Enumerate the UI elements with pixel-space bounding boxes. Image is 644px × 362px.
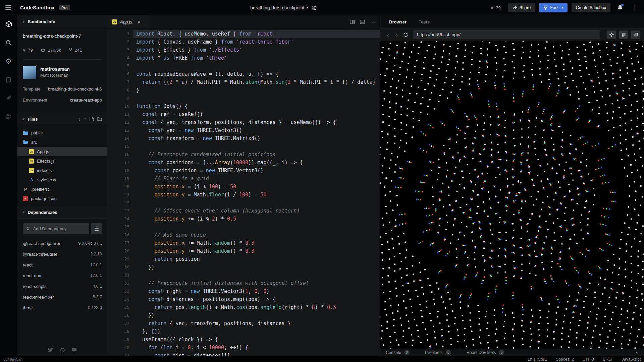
code-line[interactable]: 8}	[107, 86, 380, 94]
devtools-item[interactable]: React DevTools0	[467, 350, 504, 355]
code-line[interactable]: 1import React, { useMemo, useRef } from …	[107, 30, 380, 38]
dependency-row[interactable]: @react-three/drei2.2.10	[23, 249, 102, 259]
new-folder-icon[interactable]	[97, 117, 102, 121]
code-line[interactable]: 37 return { vec, transform, positions, d…	[107, 319, 380, 327]
more-options-icon[interactable]: ⋮	[629, 2, 640, 13]
globe-icon[interactable]	[312, 5, 317, 10]
code-line[interactable]: 17 const positions = [...Array(10000)].m…	[107, 159, 380, 167]
upload-icon[interactable]: ↑	[84, 117, 86, 121]
split-view-vertical-icon[interactable]	[350, 20, 355, 24]
like-counter[interactable]: ♥ 79	[490, 5, 500, 10]
file-row[interactable]: src	[17, 137, 107, 147]
share-button[interactable]: Share	[508, 3, 535, 12]
code-line[interactable]: 20 position.x = (i % 100) - 50	[107, 183, 380, 191]
duplicate-view-icon[interactable]	[631, 31, 640, 39]
code-line[interactable]: 38 }, [])	[107, 327, 380, 336]
search-icon[interactable]	[5, 39, 13, 47]
dependency-row[interactable]: react17.0.1	[23, 259, 102, 270]
code-line[interactable]: 21 position.y = Math.floor(i / 100) - 50	[107, 191, 380, 199]
forward-icon[interactable]: ›	[393, 32, 400, 38]
file-row[interactable]: JSindex.js	[17, 166, 107, 175]
refresh-icon[interactable]	[402, 32, 409, 37]
settings-gear-icon[interactable]: ⚙	[5, 57, 13, 65]
code-line[interactable]: 9	[107, 94, 380, 102]
url-input[interactable]	[417, 32, 597, 37]
code-line[interactable]: 14 const transform = new THREE.Matrix4()	[107, 134, 380, 142]
expand-devtools-icon[interactable]	[635, 351, 639, 354]
preferences-icon[interactable]	[607, 31, 616, 39]
open-in-new-window-icon[interactable]	[619, 31, 628, 39]
sandbox-title[interactable]: breathing-dots-checkpoint-7	[250, 5, 309, 10]
chat-icon[interactable]	[72, 348, 77, 353]
code-line[interactable]: 31	[107, 271, 380, 279]
add-dependency-search[interactable]	[23, 223, 89, 234]
code-line[interactable]: 26 // Add some noise	[107, 231, 380, 239]
new-file-icon[interactable]	[90, 117, 94, 121]
back-icon[interactable]: ‹	[384, 32, 392, 38]
dependency-row[interactable]: @react-spring/three9.0.0-rc.3 (...	[23, 238, 102, 249]
code-line[interactable]: 10function Dots() {	[107, 102, 380, 110]
live-users-icon[interactable]	[5, 112, 13, 120]
editor-more-icon[interactable]: ⋯	[370, 19, 375, 25]
avatar[interactable]	[23, 66, 36, 79]
twitter-icon[interactable]	[48, 348, 53, 353]
pro-badge[interactable]: Pro	[59, 5, 70, 10]
sandbox-explorer-icon[interactable]	[5, 20, 13, 28]
code-line[interactable]: 6const roundedSquareWave = (t, delta, a,…	[107, 70, 380, 78]
file-row[interactable]: npackage.json	[17, 194, 107, 203]
code-line[interactable]: 29 return position	[107, 255, 380, 263]
dependency-row[interactable]: three0.123.0	[23, 302, 102, 313]
file-row[interactable]: 3styles.css	[17, 175, 107, 184]
url-bar[interactable]	[413, 30, 600, 39]
code-line[interactable]: 11 const ref = useRef()	[107, 110, 380, 118]
create-sandbox-button[interactable]: Create Sandbox	[572, 3, 610, 12]
preview-tab-browser[interactable]: Browser	[389, 19, 407, 24]
code-line[interactable]: 23 // Offset every other column (hexagon…	[107, 207, 380, 215]
split-view-horizontal-icon[interactable]	[360, 20, 365, 24]
dependency-list-menu-icon[interactable]: ☰	[91, 223, 102, 234]
github-icon[interactable]	[5, 75, 13, 83]
code-line[interactable]: 16 // Precompute randomized initial posi…	[107, 150, 380, 159]
add-dependency-input[interactable]	[33, 226, 86, 231]
code-line[interactable]: 32 // Precompute initial distances with …	[107, 279, 380, 287]
deployment-rocket-icon[interactable]	[5, 94, 13, 102]
code-line[interactable]: 12 const { vec, transform, positions, di…	[107, 118, 380, 126]
code-line[interactable]: 2import { Canvas, useFrame } from 'react…	[107, 38, 380, 46]
code-line[interactable]: 18 const position = new THREE.Vector3()	[107, 167, 380, 175]
dependency-row[interactable]: react-three-fiber5.3.7	[23, 292, 102, 302]
code-line[interactable]: 24 position.y += (i % 2) * 0.5	[107, 215, 380, 223]
code-line[interactable]: 41 const dist = distances[i]	[107, 352, 380, 356]
close-tab-icon[interactable]: ✕	[137, 19, 141, 24]
code-line[interactable]: 28 position.y += Math.random() * 0.3	[107, 247, 380, 255]
code-line[interactable]: 7 return ((2 * a) / Math.PI) * Math.atan…	[107, 78, 380, 86]
dependency-row[interactable]: react-dom17.0.1	[23, 270, 102, 281]
code-line[interactable]: 3import { Effects } from './Effects'	[107, 46, 380, 54]
code-line[interactable]: 5	[107, 62, 380, 70]
dependency-row[interactable]: react-scripts4.0.1	[23, 281, 102, 292]
dependencies-header[interactable]: ▾ Dependencies	[17, 206, 107, 219]
code-line[interactable]: 19 // Place in a grid	[107, 175, 380, 183]
devtools-item[interactable]: Console0	[386, 350, 410, 355]
file-row[interactable]: P.prettierrc	[17, 184, 107, 194]
code-line[interactable]: 39 useFrame(({ clock }) => {	[107, 336, 380, 344]
devtools-item[interactable]: Problems0	[425, 350, 451, 355]
code-line[interactable]: 40 for (let i = 0; i < 10000; ++i) {	[107, 344, 380, 352]
menu-icon[interactable]	[0, 0, 15, 15]
github-icon[interactable]	[60, 348, 65, 353]
fork-dropdown-icon[interactable]: ▾	[561, 6, 563, 9]
code-line[interactable]: 35 return pos.length() + Math.cos(pos.an…	[107, 303, 380, 311]
download-icon[interactable]: ↓	[78, 117, 80, 121]
author-block[interactable]: mattrossman Matt Rossman	[23, 60, 102, 80]
preview-tab-tests[interactable]: Tests	[419, 19, 430, 24]
code-line[interactable]: 4import * as THREE from 'three'	[107, 54, 380, 62]
code-line[interactable]: 33 const right = new THREE.Vector3(1, 0,…	[107, 287, 380, 295]
template-link[interactable]: breathing-dots-checkpoint-6	[48, 86, 102, 92]
file-row[interactable]: JSApp.js	[17, 147, 107, 156]
preview-viewport[interactable]	[380, 41, 644, 349]
code-line[interactable]: 22	[107, 199, 380, 207]
fork-button[interactable]: Fork ▾	[539, 3, 568, 12]
files-header[interactable]: ▾ Files ↓ ↑	[17, 113, 107, 125]
code-area[interactable]: 1import React, { useMemo, useRef } from …	[107, 28, 380, 356]
file-row[interactable]: JSEffects.js	[17, 156, 107, 166]
breathing-dots-canvas[interactable]	[380, 41, 644, 349]
